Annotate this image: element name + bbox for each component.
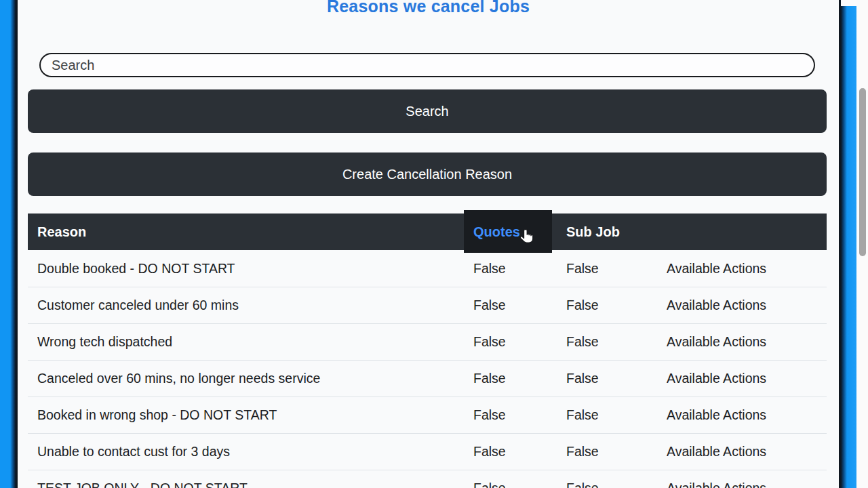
table-row: Unable to contact cust for 3 days False … xyxy=(28,434,827,470)
subjob-cell: False xyxy=(557,481,657,488)
actions-cell[interactable]: Available Actions xyxy=(657,261,827,277)
actions-cell[interactable]: Available Actions xyxy=(657,444,827,460)
screen-edge-right-cap xyxy=(841,0,856,6)
actions-cell[interactable]: Available Actions xyxy=(657,481,827,488)
reason-cell: Unable to contact cust for 3 days xyxy=(28,444,464,460)
table-row: Canceled over 60 mins, no longer needs s… xyxy=(28,361,827,397)
actions-cell[interactable]: Available Actions xyxy=(657,298,827,313)
quotes-cell: False xyxy=(464,444,557,460)
actions-cell[interactable]: Available Actions xyxy=(657,371,827,386)
column-header-reason[interactable]: Reason xyxy=(37,214,86,250)
screen-edge-right xyxy=(839,0,856,488)
quotes-cell: False xyxy=(464,298,557,313)
actions-cell[interactable]: Available Actions xyxy=(657,334,827,350)
hand-cursor-icon xyxy=(517,228,536,247)
create-cancellation-reason-button[interactable]: Create Cancellation Reason xyxy=(28,152,827,196)
table-body: Double booked - DO NOT START False False… xyxy=(28,251,827,488)
subjob-cell: False xyxy=(557,407,657,423)
reason-cell: TEST JOB ONLY - DO NOT START xyxy=(28,481,464,488)
screen-edge-left xyxy=(0,0,18,488)
quotes-cell: False xyxy=(464,334,557,350)
subjob-cell: False xyxy=(557,334,657,350)
reason-cell: Canceled over 60 mins, no longer needs s… xyxy=(28,371,464,386)
column-header-quotes[interactable]: Quotes xyxy=(473,214,520,250)
search-button[interactable]: Search xyxy=(28,89,827,133)
search-input[interactable] xyxy=(39,53,815,77)
quotes-cell: False xyxy=(464,371,557,386)
table-row: TEST JOB ONLY - DO NOT START False False… xyxy=(28,470,827,488)
reason-cell: Booked in wrong shop - DO NOT START xyxy=(28,407,464,423)
subjob-cell: False xyxy=(557,444,657,460)
reason-cell: Double booked - DO NOT START xyxy=(28,261,464,277)
browser-scrollbar-track[interactable] xyxy=(856,0,868,488)
reason-cell: Customer canceled under 60 mins xyxy=(28,298,464,313)
page-title: Reasons we cancel Jobs xyxy=(18,0,839,16)
column-header-subjob[interactable]: Sub Job xyxy=(566,214,620,250)
table-row: Wrong tech dispatched False False Availa… xyxy=(28,324,827,361)
subjob-cell: False xyxy=(557,298,657,313)
table-header-row xyxy=(28,214,827,250)
actions-cell[interactable]: Available Actions xyxy=(657,407,827,423)
table-row: Double booked - DO NOT START False False… xyxy=(28,251,827,287)
quotes-cell: False xyxy=(464,261,557,277)
quotes-cell: False xyxy=(464,481,557,488)
table-row: Customer canceled under 60 mins False Fa… xyxy=(28,287,827,324)
quotes-cell: False xyxy=(464,407,557,423)
table-row: Booked in wrong shop - DO NOT START Fals… xyxy=(28,397,827,434)
reason-cell: Wrong tech dispatched xyxy=(28,334,464,350)
subjob-cell: False xyxy=(557,371,657,386)
subjob-cell: False xyxy=(557,261,657,277)
scrollbar-thumb[interactable] xyxy=(859,88,866,256)
